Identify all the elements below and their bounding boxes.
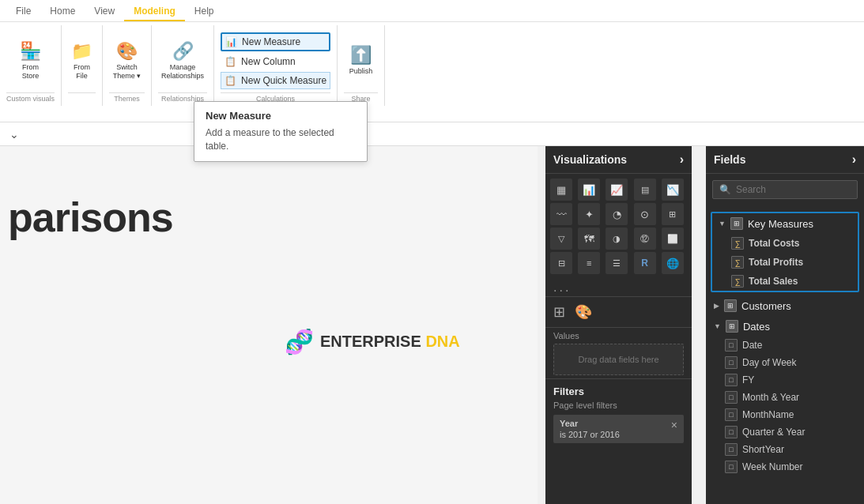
tooltip-title: New Measure [206,110,356,122]
tab-modeling[interactable]: Modeling [124,2,185,21]
formula-expand[interactable]: ⌄ [6,126,22,142]
total-sales-icon: ∑ [731,275,744,288]
filter-tag[interactable]: Year is 2017 or 2016 × [553,415,684,443]
viz-icon-funnel[interactable]: ▽ [550,228,572,250]
viz-icon-treemap[interactable]: ⊞ [662,203,684,225]
tab-view[interactable]: View [85,2,124,21]
viz-icon-donut[interactable]: ⊙ [634,203,656,225]
dna-icon: 🧬 [285,328,314,355]
custom-visuals-label: Custom visuals [6,92,55,103]
fields-panel-title: Fields [714,153,745,166]
search-box[interactable]: 🔍 [712,180,858,199]
customers-label: Customers [741,300,791,312]
total-profits-item[interactable]: ∑ Total Profits [712,253,858,272]
customers-header[interactable]: ▶ ⊞ Customers [706,295,864,316]
viz-icon-gauge[interactable]: ◑ [606,228,628,250]
viz-icon-kpi[interactable]: ⑫ [634,228,656,250]
viz-format-icon[interactable]: 🎨 [575,303,592,321]
values-label: Values [553,331,684,340]
new-measure-icon: 📊 [225,36,237,47]
week-number-label: Week Number [742,461,802,472]
viz-icon-slicer[interactable]: ☰ [606,252,628,274]
new-quick-measure-button[interactable]: 📋 New Quick Measure [221,72,330,89]
filter-close-icon[interactable]: × [671,419,677,431]
week-number-icon: □ [725,461,738,473]
viz-panel-title: Visualizations [553,153,627,166]
tab-file[interactable]: File [6,2,40,21]
enterprise-logo-text: ENTERPRISE DNA [320,333,460,351]
total-profits-label: Total Profits [749,257,803,268]
key-measures-table-icon: ⊞ [730,217,743,230]
total-sales-item[interactable]: ∑ Total Sales [712,272,858,291]
canvas-partial-text: parisons [8,194,173,241]
new-measure-button[interactable]: 📊 New Measure [221,32,330,51]
dna-word: DNA [425,333,459,351]
viz-icon-card[interactable]: ⬜ [662,228,684,250]
viz-icon-bar[interactable]: 📊 [578,179,600,201]
filter-tag-value: is 2017 or 2016 [560,430,620,439]
viz-icon-table[interactable]: ⊟ [550,252,572,274]
dates-group: ▼ ⊞ Dates □ Date □ Day of Week □ FY □ Mo… [706,316,864,476]
new-column-button[interactable]: 📋 New Column [221,53,330,70]
key-measures-label: Key Measures [748,218,813,230]
formula-bar: ⌄ [0,122,864,146]
drag-area[interactable]: Drag data fields here [553,344,684,375]
dates-label: Dates [743,321,770,333]
viz-icon-line[interactable]: 📈 [606,179,628,201]
total-profits-icon: ∑ [731,256,744,269]
viz-icon-stacked-bar[interactable]: ▦ [550,179,572,201]
viz-icon-area[interactable]: ▤ [634,179,656,201]
date-item[interactable]: □ Date [706,337,864,354]
tab-help[interactable]: Help [185,2,224,21]
switch-theme-button[interactable]: 🎨 SwitchTheme ▾ [110,28,145,92]
week-number-item[interactable]: □ Week Number [706,458,864,476]
switch-theme-icon: 🎨 [116,41,138,62]
shortyear-icon: □ [725,443,738,456]
viz-icon-r[interactable]: R [634,252,656,274]
total-costs-item[interactable]: ∑ Total Costs [712,234,858,253]
new-measure-label: New Measure [242,36,300,47]
day-of-week-item[interactable]: □ Day of Week [706,354,864,371]
shortyear-item[interactable]: □ ShortYear [706,441,864,458]
new-column-label: New Column [241,56,296,67]
viz-icon-ribbon[interactable]: 〰 [550,203,572,225]
filter-tag-label: Year [560,419,620,428]
fields-panel-arrow[interactable]: › [852,152,856,167]
filters-title: Filters [553,386,684,397]
monthname-item[interactable]: □ MonthName [706,406,864,423]
enterprise-word: ENTERPRISE [320,333,421,351]
key-measures-header[interactable]: ▼ ⊞ Key Measures [712,213,858,234]
viz-icon-globe[interactable]: 🌐 [662,252,684,274]
publish-button[interactable]: ⬆️ Publish [346,28,376,92]
monthname-icon: □ [725,408,738,421]
dates-header[interactable]: ▼ ⊞ Dates [706,316,864,337]
from-file-label: FromFile [74,63,90,81]
viz-icon-pie[interactable]: ◔ [606,203,628,225]
viz-icon-scatter[interactable]: ✦ [578,203,600,225]
tooltip-box: New Measure Add a measure to the selecte… [194,101,368,162]
manage-relationships-button[interactable]: 🔗 ManageRelationships [158,28,207,92]
viz-icon-col[interactable]: 📉 [662,179,684,201]
month-year-label: Month & Year [742,392,799,403]
search-input[interactable] [736,184,855,195]
from-store-label: FromStore [22,63,40,81]
viz-fields-icon[interactable]: ⊞ [553,303,565,321]
quarter-year-item[interactable]: □ Quarter & Year [706,423,864,441]
viz-icon-matrix[interactable]: ≡ [578,252,600,274]
dates-table-icon: ⊞ [726,320,738,333]
fy-label: FY [742,374,754,386]
logo-area: 🧬 ENTERPRISE DNA [285,328,460,355]
viz-icon-map[interactable]: 🗺 [578,228,600,250]
fy-item[interactable]: □ FY [706,371,864,389]
from-file-button[interactable]: 📁 FromFile [68,28,96,92]
month-year-item[interactable]: □ Month & Year [706,389,864,406]
canvas-area: parisons 🧬 ENTERPRISE DNA [0,146,538,504]
search-icon: 🔍 [719,184,731,195]
day-of-week-icon: □ [725,356,738,369]
viz-panel-arrow[interactable]: › [680,152,684,167]
tab-home[interactable]: Home [40,2,85,21]
total-sales-label: Total Sales [749,276,798,287]
dates-collapse-icon: ▼ [714,322,721,330]
from-store-button[interactable]: 🏪 FromStore [17,28,44,92]
new-quick-measure-label: New Quick Measure [241,75,326,86]
